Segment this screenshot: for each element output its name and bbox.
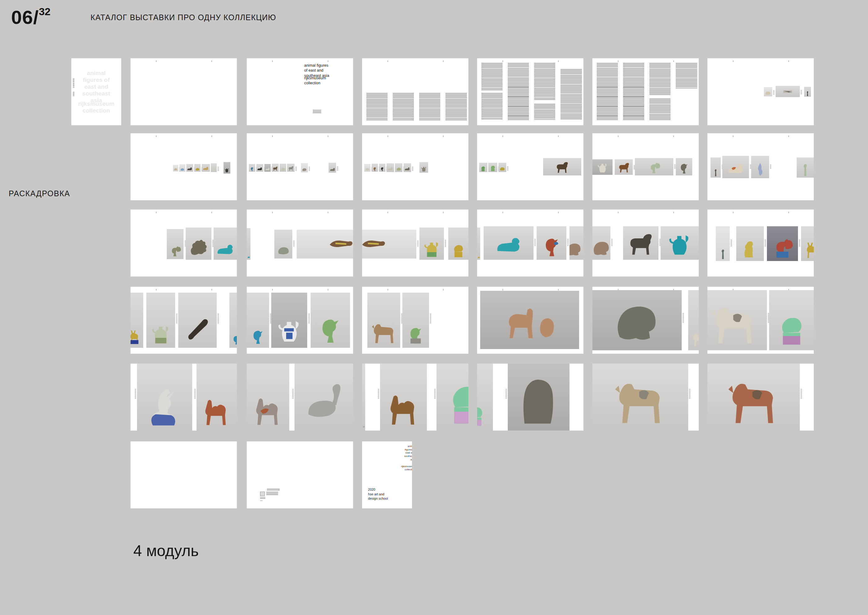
- spread-title-page: animal figures of east and southeast asi…: [247, 58, 353, 125]
- celadon-shard-photo: [279, 164, 286, 172]
- spread-plates-bronze-beast: [592, 209, 699, 276]
- stone-tiger-head-photo: [592, 290, 682, 350]
- page-number-mark: [387, 212, 388, 213]
- spread-plates-parrots: [247, 287, 353, 354]
- brown-dog-photo: [272, 164, 279, 172]
- bronze-phoenix-photo: [186, 228, 211, 260]
- spread-thumbs-2: [247, 133, 353, 200]
- plate-caption: [770, 165, 771, 170]
- cloisonne-rooster-photo: [767, 226, 798, 261]
- ivory-figure-photo: [211, 163, 217, 172]
- plate-caption: [337, 167, 338, 171]
- page-number-mark: [558, 212, 559, 213]
- page-number-mark: [673, 61, 674, 62]
- body-text-column: [481, 63, 503, 91]
- spread-plates-turquoise-ox: [477, 209, 584, 276]
- yellow-green-ewer-photo: [420, 228, 444, 260]
- bird-on-log-photo: [676, 158, 692, 175]
- spread-plates-small-objects: [707, 58, 814, 125]
- page-number-mark: [328, 289, 328, 290]
- gilt-edge-photo: [477, 228, 480, 260]
- plate-caption: [308, 314, 310, 324]
- page-number-mark: [211, 61, 212, 62]
- page-number-mark: [443, 136, 443, 137]
- plate-caption: [194, 389, 196, 399]
- cover-front: animal figures of east and southeast asi…: [71, 58, 121, 125]
- body-text-column: [367, 93, 388, 120]
- plate-caption: [534, 239, 535, 247]
- ring-photo: [364, 164, 371, 172]
- body-text-column: [597, 63, 618, 120]
- spread-plate-ganesha: [477, 364, 584, 431]
- presentation-slide: 06/32 КАТАЛОГ ВЫСТАВКИ ПРО ОДНУ КОЛЛЕКЦИ…: [0, 0, 868, 615]
- body-text-column: [419, 93, 440, 120]
- body-text-column: [649, 63, 671, 95]
- yellow-dog-photo: [736, 226, 764, 261]
- body-text-column: [481, 93, 503, 120]
- gilt-figure-photo: [498, 163, 507, 172]
- plate-caption: [765, 240, 766, 247]
- page-number-mark: [673, 136, 674, 137]
- cover-back: animal figures of east and southeast asi…: [362, 442, 412, 508]
- plate-caption: [507, 167, 508, 171]
- spread-thumbs-1: [131, 133, 237, 200]
- section-label: РАСКАДРОВКА: [9, 189, 70, 198]
- page-number-mark: [211, 212, 212, 213]
- dark-stick-figure-photo: [710, 158, 721, 178]
- page-title: КАТАЛОГ ВЫСТАВКИ ПРО ОДНУ КОЛЛЕКЦИЮ: [91, 13, 276, 22]
- white-tang-horse-photo: [707, 290, 767, 350]
- page-number-mark: [387, 289, 388, 290]
- page-number-mark: [503, 212, 503, 213]
- kendi-monkey-photo: [271, 293, 308, 348]
- blue-parrot-edge-photo: [229, 293, 237, 348]
- plate-caption: [731, 240, 732, 247]
- page-number-mark: [618, 212, 618, 213]
- bronze-staff-finial-photo: [716, 226, 730, 261]
- plate-caption: [430, 314, 431, 324]
- bronze-beast-photo: [623, 226, 658, 260]
- back-cover-year: 2020: [368, 488, 375, 491]
- grey-censer-photo: [420, 162, 428, 173]
- module-label: 4 модуль: [133, 542, 199, 560]
- foo-lion-left-half-photo: [437, 364, 468, 431]
- celadon-rooster-photo: [635, 158, 673, 175]
- spread-plate-horse-foolion: [707, 287, 814, 354]
- green-parrot-photo: [311, 293, 350, 348]
- turquoise-lion-photo: [214, 228, 237, 260]
- spread-plates-horse-parrot: [362, 287, 468, 354]
- spread-plate-eagle-camel: [131, 364, 237, 431]
- body-text-column: [676, 63, 697, 88]
- micro-text-block: [260, 497, 265, 499]
- celadon-ewer-photo: [146, 293, 175, 348]
- gilt-rabbits-photo: [202, 164, 210, 172]
- plate-caption: [412, 167, 413, 171]
- bead-photo: [173, 165, 178, 172]
- stone-ganesha-photo: [508, 364, 570, 431]
- page-number-mark: [272, 289, 273, 290]
- black-boar-photo: [256, 164, 263, 172]
- blue-parrot-photo: [247, 293, 269, 348]
- body-text-column: [623, 63, 645, 120]
- plate-caption: [295, 167, 297, 171]
- plate-caption: [445, 240, 446, 247]
- turquoise-dragon-ewer-photo: [660, 226, 699, 260]
- page-number-mark: [272, 136, 273, 137]
- plate-caption: [799, 240, 800, 247]
- title-page-subtitle: rijksmuseum collection: [304, 76, 326, 86]
- spread-plate-tan-horse: [592, 364, 699, 431]
- celadon-dragon-edge-photo: [797, 158, 814, 178]
- page-number-mark: [558, 136, 559, 137]
- spread-plates-bronzes: [131, 209, 237, 276]
- dark-ewer-photo: [223, 162, 230, 173]
- body-text-column: [534, 63, 556, 100]
- page-number-mark: [788, 61, 789, 62]
- plate-caption: [218, 167, 219, 171]
- plate-caption: [218, 314, 219, 324]
- red-camel-photo: [197, 364, 237, 431]
- page-number-mark: [156, 289, 156, 290]
- page-number-mark: [558, 289, 559, 290]
- fish-skeleton-tail-photo: [362, 230, 416, 259]
- page-number-mark: [156, 136, 156, 137]
- page-number-mark: [328, 212, 328, 213]
- porcelain-eagle-photo: [137, 364, 192, 431]
